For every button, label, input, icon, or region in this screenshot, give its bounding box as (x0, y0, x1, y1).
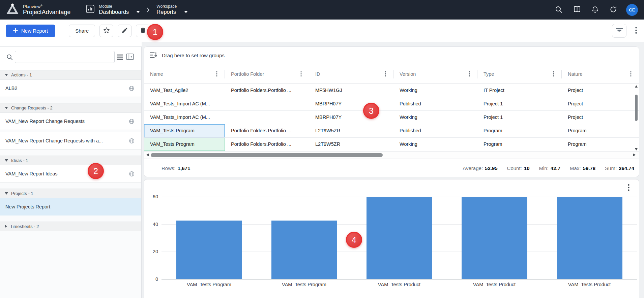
favorite-button[interactable] (99, 25, 113, 37)
hamburger-icon (117, 56, 123, 61)
grid-cell[interactable]: MBRPH07Y (309, 111, 393, 124)
column-menu-icon[interactable] (385, 71, 386, 77)
column-header-name[interactable]: Name (144, 64, 225, 84)
sidebar-section-header[interactable]: Ideas - 1 (0, 156, 141, 165)
column-menu-icon[interactable] (553, 71, 554, 77)
grid-cell[interactable]: VAM_Tests_Import AC (M... (144, 111, 225, 124)
table-row[interactable]: VAM_Tests ProgramPortfolio Folders.Portf… (144, 138, 639, 151)
refresh-button[interactable] (607, 3, 620, 16)
sidebar-item[interactable]: New Projects Report (0, 198, 141, 216)
scroll-down-arrow[interactable] (635, 148, 638, 151)
report-grid: Drag here to set row groups NamePortfoli… (144, 46, 639, 177)
annotation-badge-2: 2 (88, 163, 104, 179)
kebab-menu-icon (635, 30, 637, 35)
sidebar-section-header[interactable]: Change Requests - 2 (0, 103, 141, 112)
horizontal-scrollbar-thumb[interactable] (151, 153, 383, 157)
sidebar-section-header[interactable]: Actions - 1 (0, 70, 141, 79)
grid-cell[interactable] (225, 111, 309, 124)
grid-cell[interactable]: VAM_Tests Program (144, 138, 225, 151)
grid-cell[interactable]: IT Project (477, 84, 562, 97)
bar (367, 197, 432, 279)
table-row[interactable]: VAM_Test_Agile2Portfolio Folders.Portfol… (144, 84, 639, 97)
grid-cell[interactable]: MF5HW1GJ (309, 84, 393, 97)
grid-cell[interactable]: Project 1 (477, 111, 562, 124)
bar (557, 197, 622, 279)
row-group-drop-zone[interactable]: Drag here to set row groups (144, 47, 639, 64)
grid-cell[interactable]: Project (562, 111, 639, 124)
user-avatar[interactable]: CE (626, 4, 638, 16)
plus-icon (13, 28, 18, 34)
column-header-id[interactable]: ID (309, 64, 393, 84)
chart-menu-button[interactable] (628, 184, 630, 192)
scroll-right-arrow[interactable] (633, 154, 636, 156)
nav-workspace-reports[interactable]: Workspace Reports (156, 4, 188, 15)
vertical-scrollbar-thumb[interactable] (635, 95, 638, 121)
grid-cell[interactable]: L2T9W5ZR (309, 138, 393, 151)
grid-cell[interactable]: Project (562, 97, 639, 110)
table-row[interactable]: VAM_Tests_Import AC (M...MBRPH07YWorking… (144, 111, 639, 124)
sidebar-item[interactable]: ALB2 (0, 79, 141, 97)
grid-cell[interactable]: VAM_Tests Program (144, 124, 225, 137)
column-header-portfolio-folder[interactable]: Portfolio Folder (225, 64, 309, 84)
grid-cell[interactable]: Published (393, 124, 477, 137)
planview-logo-icon (6, 3, 19, 16)
grid-cell[interactable]: MBRPH07Y (309, 97, 393, 110)
sidebar-section-header[interactable]: Timesheets - 2 (0, 222, 141, 231)
grid-cell[interactable]: L2T9W5ZR (309, 124, 393, 137)
vertical-scrollbar (634, 85, 639, 151)
app-logo: Planview® ProjectAdvantage (6, 3, 70, 16)
collapse-sidebar-button[interactable] (126, 54, 134, 61)
sidebar-section-header[interactable]: Projects - 1 (0, 189, 141, 198)
share-button[interactable]: Share (69, 25, 95, 37)
toolbar-overflow-menu[interactable] (634, 26, 638, 36)
filter-button[interactable] (612, 24, 626, 38)
grid-cell[interactable]: Program (477, 138, 562, 151)
stat: Min:42.7 (539, 165, 560, 171)
scroll-left-arrow[interactable] (146, 154, 149, 156)
x-axis-category-label: VAM_Tests Product (352, 282, 447, 287)
column-menu-icon[interactable] (630, 71, 632, 77)
sidebar-list-options-button[interactable] (117, 55, 123, 61)
grid-cell[interactable]: Program (562, 124, 639, 137)
edit-button[interactable] (118, 25, 131, 37)
chart-plot-area: 0204060VAM_Tests ProgramVAM_Tests Progra… (144, 179, 639, 298)
grid-cell[interactable]: Working (393, 138, 477, 151)
grid-cell[interactable]: Portfolio Folders.Portfolio ... (225, 124, 309, 137)
sidebar-item[interactable]: VAM_New Report Change Requests (0, 112, 141, 130)
grid-cell[interactable]: Working (393, 111, 477, 124)
stat-label: Average: (463, 165, 483, 171)
scroll-up-arrow[interactable] (635, 85, 638, 88)
stat: Sum:264.74 (605, 165, 634, 171)
grid-body: VAM_Test_Agile2Portfolio Folders.Portfol… (144, 84, 639, 151)
sidebar-item[interactable]: VAM_New Report Ideas (0, 165, 141, 183)
grid-cell[interactable]: Portfolio Folders.Portfolio ... (225, 138, 309, 151)
nav-module-dashboards[interactable]: Module Dashboards (86, 4, 140, 15)
column-header-type[interactable]: Type (477, 64, 562, 84)
grid-cell[interactable]: Program (477, 124, 562, 137)
new-report-button[interactable]: New Report (6, 25, 55, 37)
column-header-version[interactable]: Version (393, 64, 477, 84)
grid-cell[interactable]: Working (393, 84, 477, 97)
sidebar-search-input[interactable] (15, 51, 115, 63)
table-row[interactable]: VAM_Tests_Import AC (M...MBRPH07YPublish… (144, 97, 639, 111)
grid-cell[interactable]: Portfolio Folders.Portfolio ... (225, 84, 309, 97)
column-menu-icon[interactable] (216, 71, 217, 77)
documentation-button[interactable] (570, 3, 584, 16)
rows-count-value: 1,671 (178, 165, 191, 171)
column-menu-icon[interactable] (300, 71, 302, 77)
grid-cell[interactable]: Program (562, 138, 639, 151)
grid-cell[interactable]: VAM_Tests_Import AC (M... (144, 97, 225, 110)
column-header-nature[interactable]: Nature (562, 64, 639, 84)
grid-cell[interactable]: VAM_Test_Agile2 (144, 84, 225, 97)
sidebar-item[interactable]: VAM_New Report Change Requests with a... (0, 132, 141, 150)
grid-cell[interactable]: Published (393, 97, 477, 110)
table-row[interactable]: VAM_Tests ProgramPortfolio Folders.Portf… (144, 124, 639, 138)
grid-cell[interactable]: Project 1 (477, 97, 562, 110)
grid-cell[interactable]: Project (562, 84, 639, 97)
search-button[interactable] (552, 3, 565, 16)
bar (271, 221, 337, 279)
notifications-button[interactable] (588, 3, 602, 16)
grid-cell[interactable] (225, 97, 309, 110)
column-menu-icon[interactable] (469, 71, 470, 77)
sidebar-section-label: Projects - 1 (11, 191, 33, 196)
